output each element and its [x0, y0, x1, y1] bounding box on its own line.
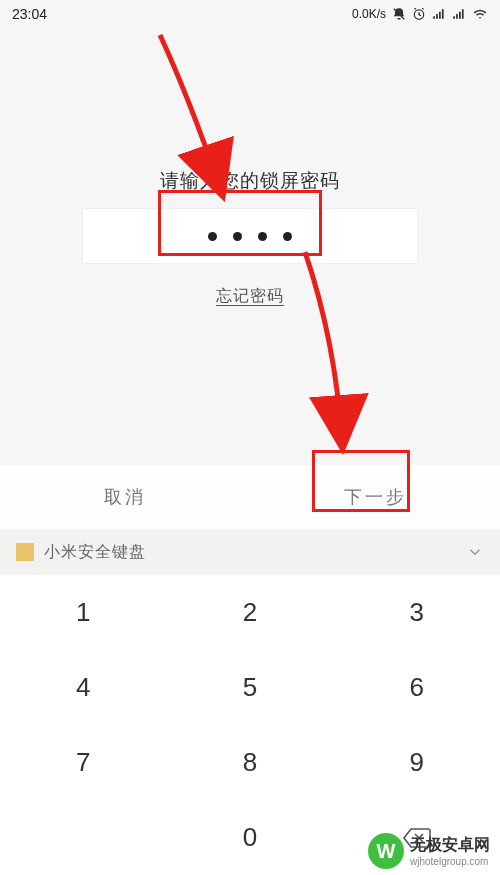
numeric-keypad: 1 2 3 4 5 6 7 8 9 0	[0, 575, 500, 875]
watermark-url: wjhotelgroup.com	[410, 856, 490, 867]
action-row: 取消 下一步	[0, 465, 500, 529]
keyboard-title: 小米安全键盘	[44, 542, 146, 563]
wifi-icon	[472, 7, 488, 21]
key-4[interactable]: 4	[0, 650, 167, 725]
key-8[interactable]: 8	[167, 725, 334, 800]
pw-dot	[208, 232, 217, 241]
pw-dot	[258, 232, 267, 241]
key-5[interactable]: 5	[167, 650, 334, 725]
watermark-logo: W	[368, 833, 404, 869]
key-6[interactable]: 6	[333, 650, 500, 725]
status-bar: 23:04 0.0K/s	[0, 0, 500, 28]
pw-dot	[233, 232, 242, 241]
dnd-icon	[392, 7, 406, 21]
watermark-title: 无极安卓网	[410, 835, 490, 856]
password-input[interactable]	[82, 208, 418, 264]
chevron-down-icon[interactable]	[466, 543, 484, 561]
key-7[interactable]: 7	[0, 725, 167, 800]
key-9[interactable]: 9	[333, 725, 500, 800]
signal-icon	[432, 7, 446, 21]
network-speed: 0.0K/s	[352, 7, 386, 21]
prompt-text: 请输入您的锁屏密码	[0, 168, 500, 194]
key-3[interactable]: 3	[333, 575, 500, 650]
status-right: 0.0K/s	[352, 7, 488, 21]
watermark-text: 无极安卓网 wjhotelgroup.com	[410, 835, 490, 867]
key-1[interactable]: 1	[0, 575, 167, 650]
key-2[interactable]: 2	[167, 575, 334, 650]
key-0[interactable]: 0	[167, 800, 334, 875]
key-empty-left	[0, 800, 167, 875]
pw-dot	[283, 232, 292, 241]
forgot-password-link[interactable]: 忘记密码	[0, 286, 500, 307]
password-dots	[208, 232, 292, 241]
next-button[interactable]: 下一步	[250, 465, 500, 529]
cancel-button[interactable]: 取消	[0, 465, 250, 529]
keyboard-app-icon	[16, 543, 34, 561]
status-time: 23:04	[12, 6, 47, 22]
alarm-icon	[412, 7, 426, 21]
keyboard-header: 小米安全键盘	[0, 529, 500, 575]
watermark: W 无极安卓网 wjhotelgroup.com	[368, 833, 490, 869]
signal-icon-2	[452, 7, 466, 21]
